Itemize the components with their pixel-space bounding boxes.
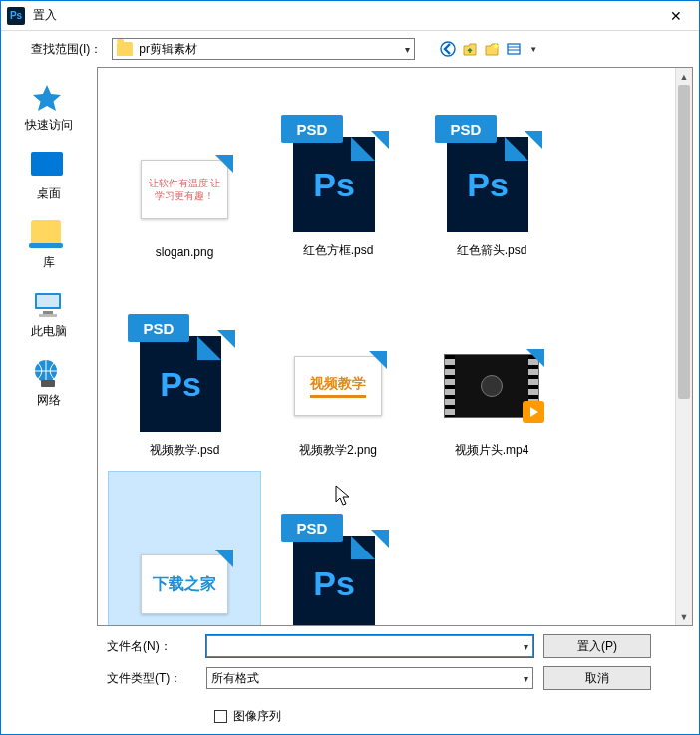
scroll-up-icon[interactable]: ▲ [676, 68, 692, 85]
chevron-down-icon: ▾ [524, 673, 528, 684]
file-item[interactable]: PSDPs 视频教学.psd [108, 271, 261, 467]
psd-badge: PSD [128, 314, 189, 342]
psd-badge: PSD [281, 514, 343, 542]
file-item[interactable]: 视频片头.mp4 [415, 271, 568, 467]
footer: 图像序列 [1, 698, 699, 734]
view-menu-drop-icon[interactable]: ▼ [525, 40, 542, 58]
libraries-icon [31, 220, 61, 248]
folder-icon [117, 42, 133, 56]
svg-rect-9 [41, 380, 55, 387]
filetype-select[interactable]: 所有格式 ▾ [206, 667, 533, 689]
sidebar-item-label: 库 [43, 254, 55, 271]
close-button[interactable]: ✕ [653, 1, 699, 31]
sidebar-item-label: 桌面 [37, 185, 61, 202]
psd-badge: PSD [281, 115, 343, 143]
back-icon[interactable] [439, 40, 457, 58]
filetype-value: 所有格式 [211, 670, 524, 687]
file-item[interactable]: 让软件有温度 让学习更有趣！ slogan.png [108, 72, 261, 267]
look-in-label: 查找范围(I)： [31, 41, 102, 58]
video-thumb [444, 354, 539, 418]
png-thumb: 下载之家 [141, 554, 228, 614]
psd-thumb: PSDPs [293, 137, 383, 236]
file-item[interactable]: 下载之家 下载之家.png [108, 471, 261, 625]
file-browser: 让软件有温度 让学习更有趣！ slogan.png PSDPs 红色方框.psd… [97, 67, 693, 626]
sidebar-item-this-pc[interactable]: 此电脑 [9, 289, 89, 340]
up-level-icon[interactable] [461, 40, 479, 58]
new-folder-icon[interactable] [483, 40, 501, 58]
sidebar-item-desktop[interactable]: 桌面 [9, 152, 89, 202]
view-menu-icon[interactable] [505, 40, 523, 58]
ps-glyph: Ps [467, 166, 509, 204]
sidebar-item-label: 网络 [37, 392, 61, 409]
sidebar-item-quick-access[interactable]: 快速访问 [9, 83, 89, 134]
sidebar-item-label: 快速访问 [25, 117, 73, 134]
photoshop-icon: Ps [7, 7, 25, 25]
computer-icon [31, 289, 67, 319]
shortcut-badge-icon [215, 155, 233, 173]
svg-point-0 [441, 42, 455, 56]
file-list[interactable]: 让软件有温度 让学习更有趣！ slogan.png PSDPs 红色方框.psd… [98, 68, 692, 625]
file-name: 视频教学2.png [299, 442, 377, 459]
look-in-value: pr剪辑素材 [139, 41, 405, 58]
places-sidebar: 快速访问 桌面 库 此电脑 网络 [1, 67, 97, 698]
scroll-down-icon[interactable]: ▼ [676, 608, 692, 625]
file-item[interactable]: PSDPs 红色方框.psd [261, 72, 415, 267]
psd-thumb: PSDPs [447, 137, 536, 236]
svg-rect-1 [508, 44, 520, 54]
titlebar: Ps 置入 ✕ [1, 1, 699, 31]
bottom-panel: 文件名(N)： ▾ 置入(P) 文件类型(T)： 所有格式 ▾ 取消 [97, 630, 699, 698]
filename-label: 文件名(N)： [97, 638, 196, 655]
file-name: 红色箭头.psd [457, 242, 527, 259]
thumb-text: 下载之家 [153, 574, 216, 595]
chevron-down-icon: ▾ [524, 641, 528, 652]
ps-glyph: Ps [160, 365, 201, 404]
filename-input[interactable]: ▾ [206, 635, 533, 657]
image-sequence-label: 图像序列 [233, 708, 281, 725]
scroll-thumb[interactable] [678, 85, 690, 399]
ps-glyph: Ps [313, 564, 355, 603]
dialog-window: Ps 置入 ✕ 查找范围(I)： pr剪辑素材 ▾ ▼ [0, 0, 700, 735]
svg-rect-7 [39, 314, 57, 317]
window-title: 置入 [33, 7, 57, 24]
file-name: 视频教学.psd [150, 442, 220, 459]
cancel-button[interactable]: 取消 [543, 666, 651, 690]
star-icon [31, 83, 67, 113]
look-in-combo[interactable]: pr剪辑素材 ▾ [112, 38, 415, 60]
ps-glyph: Ps [313, 166, 355, 204]
png-thumb: 让软件有温度 让学习更有趣！ [141, 160, 228, 219]
play-icon [523, 401, 544, 423]
toolbar-icons: ▼ [439, 40, 542, 58]
shortcut-badge-icon [369, 351, 387, 369]
sidebar-item-libraries[interactable]: 库 [9, 220, 89, 271]
chevron-down-icon: ▾ [405, 44, 410, 55]
globe-icon [31, 358, 67, 388]
image-sequence-checkbox[interactable] [214, 710, 227, 723]
file-name: 红色方框.psd [303, 242, 374, 259]
thumb-text: 让软件有温度 让学习更有趣！ [146, 177, 223, 203]
sidebar-item-network[interactable]: 网络 [9, 358, 89, 409]
file-name: slogan.png [156, 245, 214, 259]
svg-rect-6 [43, 311, 53, 314]
scrollbar[interactable]: ▲ ▼ [675, 68, 692, 625]
shortcut-badge-icon [215, 550, 233, 567]
psd-badge: PSD [435, 115, 497, 143]
file-name: 视频片头.mp4 [455, 442, 529, 459]
file-item[interactable]: PSDPs 红色箭头.psd [415, 72, 568, 267]
psd-thumb: PSDPs [293, 536, 383, 625]
look-in-toolbar: 查找范围(I)： pr剪辑素材 ▾ ▼ [1, 31, 699, 67]
psd-thumb: PSDPs [140, 336, 229, 436]
sidebar-item-label: 此电脑 [31, 323, 67, 340]
thumb-text: 视频教学 [310, 375, 366, 398]
place-button[interactable]: 置入(P) [543, 634, 651, 658]
svg-rect-5 [37, 295, 59, 307]
png-thumb: 视频教学 [294, 356, 382, 416]
file-item[interactable]: PSDPs 字幕背景.psd [261, 471, 415, 625]
filetype-label: 文件类型(T)： [97, 670, 196, 687]
file-item[interactable]: 视频教学 视频教学2.png [261, 271, 415, 467]
desktop-icon [31, 152, 63, 176]
